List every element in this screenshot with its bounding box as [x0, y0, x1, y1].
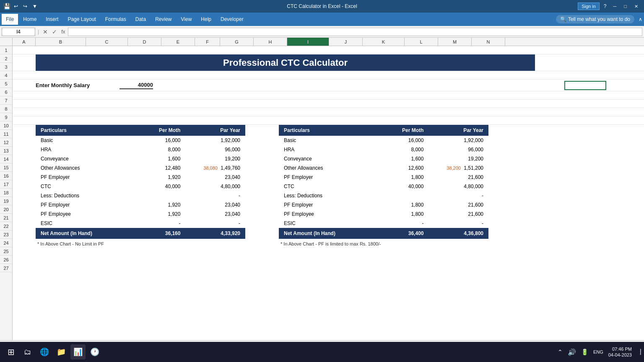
help-icon[interactable]: ?: [602, 3, 608, 10]
row-num-27[interactable]: 27: [0, 264, 12, 272]
show-desktop-btn[interactable]: ▕: [637, 349, 641, 355]
col-header-J[interactable]: J: [329, 38, 363, 46]
col-header-I[interactable]: I: [287, 38, 329, 46]
row-num-6[interactable]: 6: [0, 88, 12, 96]
taskbar-datetime[interactable]: 07:46 PM 04-04-2023: [608, 346, 632, 358]
t2-r10-month: -: [375, 219, 429, 228]
col-header-G[interactable]: G: [220, 38, 254, 46]
tab-home[interactable]: Home: [19, 14, 41, 25]
table-row: Other Allowances 12,480 38,080 1,49,760: [36, 163, 245, 173]
redo-btn[interactable]: ↪: [21, 3, 29, 10]
row-num-25[interactable]: 25: [0, 247, 12, 256]
table2-footer-row: Net Amount (In Hand) 36,400 4,36,800: [279, 228, 488, 239]
t1-r2-month: 8,000: [132, 145, 186, 154]
table-row: Basic 16,000 1,92,000: [36, 136, 245, 145]
close-btn[interactable]: ✕: [632, 3, 641, 10]
quick-save[interactable]: ▼: [31, 3, 39, 10]
speaker-icon[interactable]: 🔊: [568, 348, 576, 356]
battery-icon[interactable]: 🔋: [581, 349, 588, 355]
undo-btn[interactable]: ↩: [12, 3, 20, 10]
taskbar-clock-app[interactable]: 🕐: [87, 344, 102, 359]
t1-r8-label: PF Employer: [36, 200, 132, 209]
sign-in-button[interactable]: Sign in: [578, 3, 600, 10]
start-btn[interactable]: ⊞: [3, 344, 18, 359]
table-row: Less: Deductions -: [279, 191, 488, 200]
table1-note: * In Above Chart - No Limit in PF: [36, 241, 245, 246]
salary-value[interactable]: 40000: [119, 82, 153, 89]
col-header-N[interactable]: N: [472, 38, 505, 46]
row-num-24[interactable]: 24: [0, 239, 12, 247]
row-num-18[interactable]: 18: [0, 189, 12, 197]
t1-r8-year: 23,040: [185, 200, 245, 209]
t2-r8-month: 1,800: [375, 200, 429, 209]
row-num-10[interactable]: 10: [0, 122, 12, 130]
col-header-B[interactable]: B: [36, 38, 86, 46]
row-num-9[interactable]: 9: [0, 113, 12, 122]
tab-formulas[interactable]: Formulas: [101, 14, 130, 25]
tell-me-box[interactable]: 🔍 Tell me what you want to do: [556, 15, 634, 23]
tab-data[interactable]: Data: [131, 14, 150, 25]
row-4: Enter Monthly Salary 40000: [13, 80, 644, 91]
col-header-M[interactable]: M: [438, 38, 472, 46]
tab-view[interactable]: View: [177, 14, 196, 25]
taskbar-excel[interactable]: 📊: [70, 344, 86, 359]
row-num-23[interactable]: 23: [0, 230, 12, 239]
cancel-formula-btn[interactable]: ✕: [42, 28, 49, 35]
row-num-3[interactable]: 3: [0, 63, 12, 71]
col-header-E[interactable]: E: [161, 38, 195, 46]
row-num-4[interactable]: 4: [0, 71, 12, 80]
ribbon-collapse[interactable]: ∧: [639, 16, 642, 22]
t2-r4-month: 12,600: [375, 163, 429, 173]
row-num-26[interactable]: 26: [0, 256, 12, 264]
row-num-2[interactable]: 2: [0, 54, 12, 63]
restore-btn[interactable]: □: [621, 3, 629, 10]
row-num-20[interactable]: 20: [0, 205, 12, 214]
t2-r1-label: Basic: [279, 136, 375, 145]
tab-help[interactable]: Help: [197, 14, 216, 25]
t2-r1-month: 16,000: [375, 136, 429, 145]
col-header-F[interactable]: F: [195, 38, 220, 46]
row-num-15[interactable]: 15: [0, 163, 12, 172]
row-num-1[interactable]: 1: [0, 46, 12, 54]
row-2: Professional CTC Calculator: [13, 54, 644, 71]
cell-area[interactable]: Professional CTC Calculator Enter Monthl…: [13, 46, 644, 340]
row-num-21[interactable]: 21: [0, 214, 12, 222]
taskbar-search[interactable]: 🗂: [20, 344, 35, 359]
col-header-H[interactable]: H: [254, 38, 287, 46]
folder-icon: 📁: [57, 347, 66, 357]
row-num-22[interactable]: 22: [0, 222, 12, 230]
taskbar-up-arrow[interactable]: ⌃: [558, 349, 563, 355]
tab-developer[interactable]: Developer: [216, 14, 248, 25]
t1-r5-year: 23,040: [185, 173, 245, 182]
minimize-btn[interactable]: ─: [611, 3, 619, 10]
taskbar-explorer[interactable]: 📁: [54, 344, 69, 359]
row-num-12[interactable]: 12: [0, 138, 12, 147]
row-num-17[interactable]: 17: [0, 180, 12, 189]
row-num-8[interactable]: 8: [0, 105, 12, 113]
formula-input[interactable]: [68, 28, 642, 36]
row-num-16[interactable]: 16: [0, 172, 12, 180]
name-box[interactable]: [2, 28, 35, 36]
row-num-11[interactable]: 11: [0, 130, 12, 138]
row-num-7[interactable]: 7: [0, 96, 12, 105]
row-6: [13, 100, 644, 108]
selected-cell-I4[interactable]: [564, 81, 606, 90]
insert-function-btn[interactable]: fx: [60, 29, 66, 35]
col-header-K[interactable]: K: [363, 38, 405, 46]
t1-r10-month: -: [132, 219, 186, 228]
confirm-formula-btn[interactable]: ✓: [51, 28, 58, 35]
tab-insert[interactable]: Insert: [42, 14, 62, 25]
row-num-5[interactable]: 5: [0, 80, 12, 88]
row-num-14[interactable]: 14: [0, 155, 12, 163]
tab-review[interactable]: Review: [151, 14, 176, 25]
taskbar-browser[interactable]: 🌐: [37, 344, 52, 359]
tab-page-layout[interactable]: Page Layout: [63, 14, 100, 25]
col-header-D[interactable]: D: [128, 38, 161, 46]
tab-file[interactable]: File: [2, 14, 18, 25]
col-header-L[interactable]: L: [405, 38, 438, 46]
row-num-13[interactable]: 13: [0, 147, 12, 155]
t2-r1-year: 1,92,000: [428, 136, 488, 145]
col-header-A[interactable]: A: [13, 38, 36, 46]
col-header-C[interactable]: C: [86, 38, 128, 46]
row-num-19[interactable]: 19: [0, 197, 12, 205]
